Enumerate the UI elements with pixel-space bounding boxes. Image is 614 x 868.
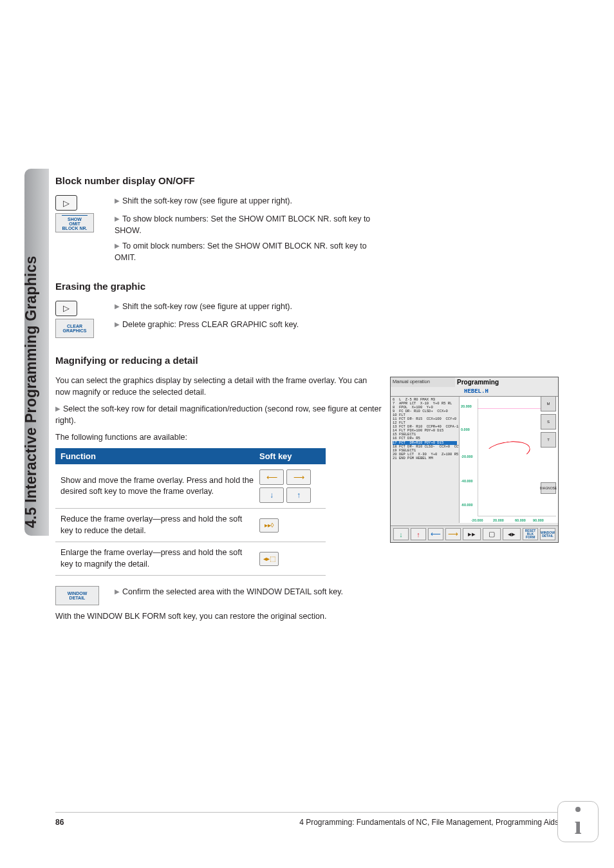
tool-m-button[interactable]: M	[541, 396, 556, 411]
ss-bottom-softkeys: ↓ ↑ ⟵ ⟶ ▸▸ ▢ ◂▸ RESET BLK FORM WINDOW DE…	[391, 525, 558, 542]
main-content: Block number display ON/OFF ▷ ▶Shift the…	[55, 175, 384, 639]
step-row: ▷ ▶Shift the soft-key row (see figure at…	[55, 301, 384, 316]
arrow-down-icon: ↓	[270, 491, 274, 500]
heading-block-number: Block number display ON/OFF	[55, 175, 384, 186]
arrow-left-key[interactable]: ⟵	[259, 469, 284, 485]
y-tick: -40.000	[461, 479, 473, 483]
diag-label: DIAGNOSE	[540, 487, 557, 490]
sk-left[interactable]: ⟵	[428, 528, 443, 540]
page-footer: 86 4 Programming: Fundamentals of NC, Fi…	[55, 812, 559, 827]
para-select-text: Select the soft-key row for detail magni…	[55, 404, 382, 425]
cell-reduce: Reduce the frame overlay—press and hold …	[60, 514, 259, 536]
sk-down[interactable]: ↓	[393, 528, 409, 540]
softkey-icons: ▷	[55, 301, 113, 316]
section-block-number: Block number display ON/OFF ▷ ▶Shift the…	[55, 175, 384, 264]
step-row: CLEAR GRAPHICS ▶Delete graphic: Press CL…	[55, 319, 384, 338]
para-available: The following functions are available:	[55, 431, 384, 443]
info-dot-icon	[575, 807, 581, 812]
btn-s-label: S	[547, 420, 550, 424]
shift-softkey-icon[interactable]: ▷	[55, 195, 77, 211]
enlarge-key[interactable]: ◂▸⬚	[259, 552, 279, 566]
step-row: WINDOW DETAIL ▶Confirm the selected area…	[55, 586, 384, 605]
page-number: 86	[55, 818, 64, 827]
sk-window-detail[interactable]: WINDOW DETAIL	[540, 528, 555, 540]
show-omit-block-softkey[interactable]: SHOW OMIT BLOCK NR.	[55, 213, 94, 232]
ss-titlebar: Manual operation Programming	[391, 377, 558, 387]
ss-code-listing: 6 L Z-5 R0 FMAX M3 7 APPR LCT X-10 Y+0 R…	[391, 397, 459, 523]
table-row: Enlarge the frame overlay—press and hold…	[55, 542, 326, 576]
sk-right[interactable]: ⟶	[445, 528, 461, 540]
para-restore: With the WINDOW BLK FORM soft key, you c…	[55, 610, 384, 622]
sk-frame[interactable]: ▢	[483, 528, 501, 540]
diagnose-button[interactable]: DIAGNOSE	[541, 482, 556, 494]
enlarge-icon: ◂▸⬚	[263, 555, 275, 562]
clear-graphics-softkey[interactable]: CLEAR GRAPHICS	[55, 319, 94, 338]
section-erase-graphic: Erasing the graphic ▷ ▶Shift the soft-ke…	[55, 281, 384, 338]
x-tick: -20.000	[471, 518, 483, 522]
arrow-up-key[interactable]: ↑	[286, 487, 311, 503]
reduce-key[interactable]: ▸▸◊	[259, 518, 279, 533]
sk-detail: DETAIL	[60, 596, 95, 600]
bullet-icon: ▶	[55, 404, 60, 414]
table-header: Function Soft key	[55, 448, 326, 464]
ss-filename: HEBEL.H	[391, 387, 558, 397]
x-tick: 60.000	[515, 518, 526, 522]
tool-t-button[interactable]: T	[541, 432, 556, 448]
softkey-bar-icon	[62, 215, 88, 216]
sk-window: WINDOW	[60, 591, 95, 596]
sk-reduce[interactable]: ▸▸	[463, 528, 481, 540]
para-intro: You can select the graphics display by s…	[55, 375, 384, 398]
step1-text: Shift the soft-key row (see figure at up…	[122, 196, 292, 205]
sk-reset-blk[interactable]: RESET BLK FORM	[523, 528, 538, 540]
step-text: ▶Delete graphic: Press CLEAR GRAPHIC sof…	[113, 319, 384, 330]
info-i-glyph: ı	[574, 810, 581, 840]
cell-arrow-keys: ⟵ ⟶ ↓ ↑	[259, 469, 321, 503]
cell-reduce-key: ▸▸◊	[259, 518, 321, 533]
confirm-text: Confirm the selected area with the WINDO…	[122, 587, 343, 596]
bullet-icon: ▶	[115, 587, 120, 597]
ss-right-toolbar: M S T DIAGNOSE	[539, 394, 558, 496]
para-select: ▶Select the soft-key row for detail magn…	[55, 403, 384, 426]
bullet-icon: ▶	[115, 214, 120, 224]
arrow-left-icon: ⟵	[266, 473, 277, 482]
step3-text: To omit block numbers: Set the SHOW OMIT…	[115, 241, 367, 262]
sidebar-section-label: 4.5 Interactive Programming Graphics	[23, 256, 40, 528]
es-step1: Shift the soft-key row (see figure at up…	[122, 302, 292, 311]
sk-enlarge[interactable]: ◂▸	[503, 528, 521, 540]
btn-t-label: T	[547, 438, 550, 442]
reduce-icon: ▸▸◊	[265, 522, 274, 529]
programming-screenshot: Manual operation Programming HEBEL.H 6 L…	[390, 377, 559, 543]
y-tick: 0.000	[461, 428, 470, 431]
y-tick: 20.000	[461, 404, 472, 408]
step-row: ▷ ▶Shift the soft-key row (see figure at…	[55, 195, 384, 211]
step-text-col: ▶To show block numbers: Set the SHOW OMI…	[113, 213, 384, 264]
x-tick: 90.000	[533, 518, 544, 522]
window-detail-softkey[interactable]: WINDOW DETAIL	[55, 586, 99, 605]
sk-up[interactable]: ↑	[411, 528, 426, 540]
bullet-icon: ▶	[115, 302, 120, 312]
ss-title-text: Programming	[455, 377, 558, 387]
info-badge-icon: ı	[557, 801, 599, 842]
ss-mode: Manual operation	[391, 377, 455, 387]
th-softkey: Soft key	[259, 451, 321, 461]
arrow-right-key[interactable]: ⟶	[286, 469, 311, 485]
heading-erase: Erasing the graphic	[55, 281, 384, 292]
step-row: SHOW OMIT BLOCK NR. ▶To show block numbe…	[55, 213, 384, 264]
sk-clear: CLEAR	[60, 324, 89, 328]
btn-m-label: M	[547, 402, 550, 406]
arrow-down-key[interactable]: ↓	[259, 487, 284, 503]
sk-graphics: GRAPHICS	[60, 328, 89, 333]
y-tick: -60.000	[461, 503, 473, 507]
cell-move-overlay: Show and move the frame overlay. Press a…	[60, 475, 259, 498]
footer-text: 4 Programming: Fundamentals of NC, File …	[299, 818, 559, 827]
shift-softkey-icon[interactable]: ▷	[55, 301, 77, 316]
bullet-icon: ▶	[115, 241, 120, 251]
code-pre: 6 L Z-5 R0 FMAX M3 7 APPR LCT X-10 Y+0 R…	[393, 397, 459, 440]
softkey-icons: ▷	[55, 195, 113, 211]
tool-s-button[interactable]: S	[541, 414, 556, 429]
softkey-icons: CLEAR GRAPHICS	[55, 319, 113, 338]
bullet-icon: ▶	[115, 196, 120, 206]
cell-enlarge-key: ◂▸⬚	[259, 552, 321, 566]
table-row: Reduce the frame overlay—press and hold …	[55, 509, 326, 542]
cell-enlarge: Enlarge the frame overlay—press and hold…	[60, 547, 259, 570]
